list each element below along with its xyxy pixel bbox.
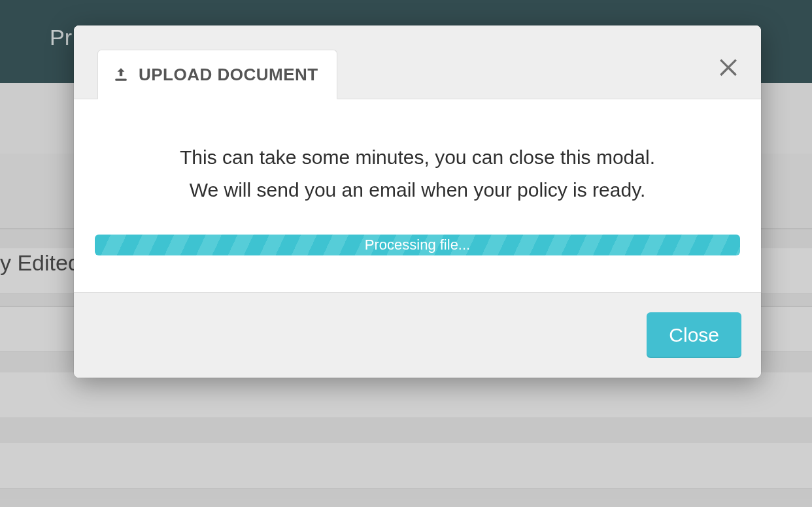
modal-message: This can take some minutes, you can clos… [95,141,740,206]
close-button[interactable] [714,53,743,82]
upload-document-modal: UPLOAD DOCUMENT This can take some minut… [74,25,761,378]
modal-message-line2: We will send you an email when your poli… [190,179,646,201]
close-modal-button[interactable]: Close [647,312,741,358]
svg-rect-0 [115,79,126,81]
progress-bar: Processing file... [95,235,740,255]
tab-label: UPLOAD DOCUMENT [139,65,318,85]
modal-header: UPLOAD DOCUMENT [74,25,761,99]
tab-upload-document[interactable]: UPLOAD DOCUMENT [97,50,337,99]
progress-text: Processing file... [365,237,470,254]
modal-body: This can take some minutes, you can clos… [74,99,761,292]
modal-message-line1: This can take some minutes, you can clos… [180,146,655,168]
upload-icon [112,66,129,83]
modal-footer: Close [74,292,761,378]
close-icon [715,53,741,82]
